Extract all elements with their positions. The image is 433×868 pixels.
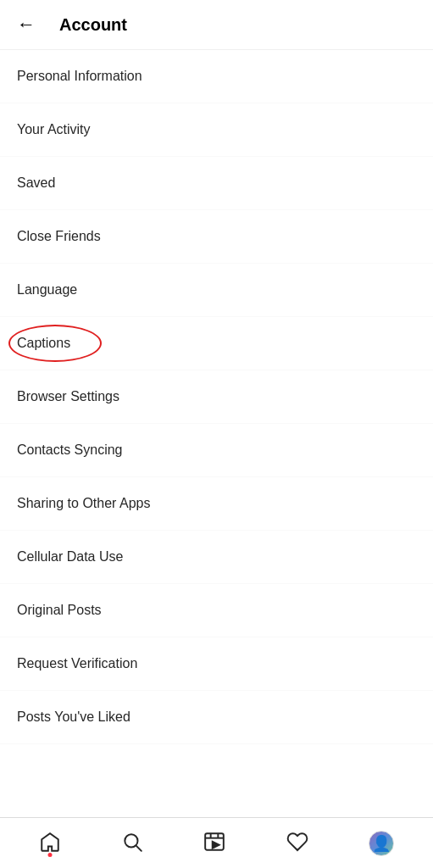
menu-item-label-personal-information: Personal Information — [17, 69, 142, 84]
menu-item-cellular-data-use[interactable]: Cellular Data Use — [0, 531, 433, 584]
menu-item-browser-settings[interactable]: Browser Settings — [0, 370, 433, 424]
page-title: Account — [59, 15, 127, 35]
menu-item-your-activity[interactable]: Your Activity — [0, 103, 433, 157]
menu-item-label-your-activity: Your Activity — [17, 122, 91, 137]
menu-item-label-captions: Captions — [17, 336, 70, 351]
back-arrow-icon: ← — [17, 15, 36, 34]
menu-item-label-contacts-syncing: Contacts Syncing — [17, 442, 123, 458]
menu-item-label-request-verification: Request Verification — [17, 656, 137, 671]
menu-item-label-close-friends: Close Friends — [17, 229, 101, 244]
home-notification-dot — [47, 853, 52, 857]
menu-item-personal-information[interactable]: Personal Information — [0, 50, 433, 103]
menu-item-request-verification[interactable]: Request Verification — [0, 637, 433, 691]
menu-item-label-cellular-data-use: Cellular Data Use — [17, 549, 123, 565]
back-button[interactable]: ← — [14, 12, 39, 37]
nav-search-button[interactable] — [114, 824, 150, 862]
menu-item-language[interactable]: Language — [0, 264, 433, 317]
menu-item-label-saved: Saved — [17, 175, 55, 191]
svg-marker-6 — [213, 842, 219, 849]
avatar-image: 👤 — [372, 834, 391, 853]
reels-icon — [203, 831, 225, 855]
heart-icon — [286, 831, 308, 855]
menu-item-sharing-to-other-apps[interactable]: Sharing to Other Apps — [0, 477, 433, 531]
svg-line-1 — [136, 846, 142, 851]
avatar: 👤 — [369, 831, 394, 856]
menu-item-label-browser-settings: Browser Settings — [17, 389, 119, 404]
nav-home-button[interactable] — [32, 824, 68, 862]
menu-item-contacts-syncing[interactable]: Contacts Syncing — [0, 424, 433, 477]
main-content: Personal InformationYour ActivitySavedCl… — [0, 50, 433, 804]
nav-reels-button[interactable] — [197, 824, 232, 862]
menu-item-label-original-posts: Original Posts — [17, 603, 102, 618]
menu-item-label-posts-youve-liked: Posts You've Liked — [17, 709, 130, 725]
menu-list: Personal InformationYour ActivitySavedCl… — [0, 50, 433, 744]
home-icon — [39, 831, 61, 855]
search-icon — [121, 831, 143, 855]
menu-item-label-language: Language — [17, 282, 77, 298]
nav-profile-button[interactable]: 👤 — [362, 824, 401, 863]
menu-item-original-posts[interactable]: Original Posts — [0, 584, 433, 637]
menu-item-saved[interactable]: Saved — [0, 157, 433, 210]
menu-item-captions[interactable]: Captions — [0, 317, 433, 370]
header: ← Account — [0, 0, 433, 50]
menu-item-posts-youve-liked[interactable]: Posts You've Liked — [0, 691, 433, 744]
menu-item-label-sharing-to-other-apps: Sharing to Other Apps — [17, 496, 150, 511]
menu-item-close-friends[interactable]: Close Friends — [0, 210, 433, 264]
bottom-nav: 👤 — [0, 817, 433, 868]
nav-activity-button[interactable] — [280, 824, 315, 862]
